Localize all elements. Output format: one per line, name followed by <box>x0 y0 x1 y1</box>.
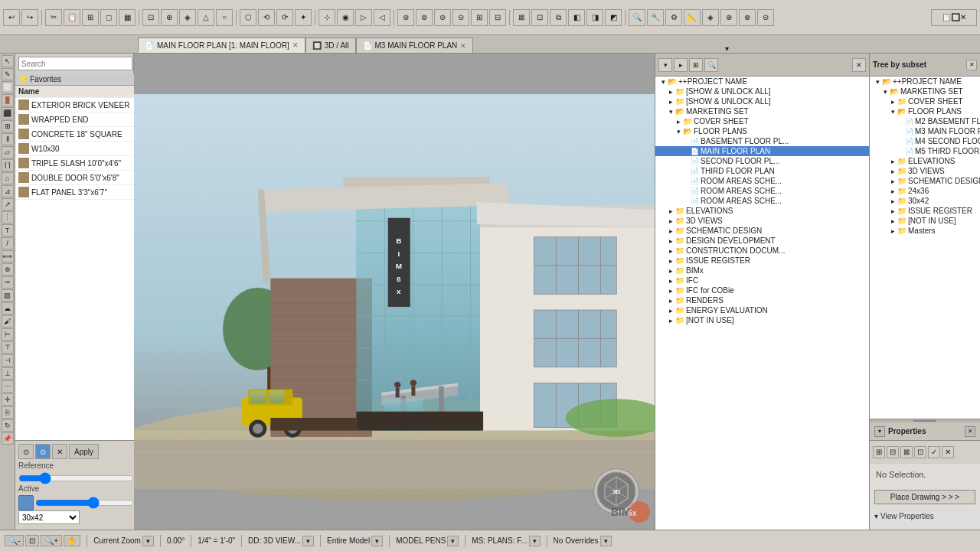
rb-btn3[interactable]: ⊞ <box>689 58 703 72</box>
tool-30[interactable]: ◩ <box>605 9 622 26</box>
tree-item[interactable]: ▾📂++PROJECT NAME <box>655 77 869 86</box>
prop-tb3[interactable]: ⊠ <box>900 446 913 458</box>
tool-5[interactable]: ▦ <box>119 9 136 26</box>
tree-expand-icon[interactable]: ▸ <box>888 197 897 205</box>
tool-2[interactable]: 📋 <box>64 9 80 26</box>
tab-close-1[interactable]: ✕ <box>292 41 299 49</box>
material-item[interactable]: DOUBLE DOOR 5'0"x6'8" <box>15 171 151 185</box>
left-bottom-btn3[interactable]: ✕ <box>52 444 67 459</box>
tab-m3-floor-plan[interactable]: 📄 M3 MAIN FLOOR PLAN ✕ <box>356 37 474 53</box>
tool-17[interactable]: ▷ <box>355 9 372 26</box>
tab-3d[interactable]: 🔲 3D / All <box>305 37 356 53</box>
tree-item[interactable]: 📄ROOM AREAS SCHE... <box>655 186 869 196</box>
tool-34[interactable]: 📐 <box>684 9 701 26</box>
tree-item[interactable]: 📄BASEMENT FLOOR PL... <box>655 136 869 146</box>
tool-36[interactable]: ⊕ <box>720 9 737 26</box>
tool-24[interactable]: ⊟ <box>489 9 506 26</box>
rb-btn2[interactable]: ▸ <box>674 58 688 72</box>
select-tool[interactable]: ↖ <box>2 55 14 67</box>
tool-23[interactable]: ⊞ <box>471 9 488 26</box>
offset-tool[interactable]: ⊣ <box>2 354 14 367</box>
tree-item[interactable]: ▸📁[NOT IN USE] <box>655 315 869 325</box>
tree-item[interactable]: ▸📁30x42 <box>870 196 980 206</box>
tree-expand-icon[interactable]: ▸ <box>666 277 675 285</box>
apply-btn[interactable]: Apply <box>69 444 99 459</box>
comp-tool[interactable]: ⊞ <box>2 120 14 132</box>
rb-btn1[interactable]: ▾ <box>658 58 672 72</box>
paintbrush-tool[interactable]: 🖌 <box>2 315 14 328</box>
dd-view-btn[interactable]: ▾ <box>302 536 314 546</box>
tree-expand-icon[interactable]: ▸ <box>888 207 897 215</box>
door-tool[interactable]: 🚪 <box>2 94 14 106</box>
tool-18[interactable]: ◁ <box>374 9 390 26</box>
ceil-tool[interactable]: ⌈⌉ <box>2 159 14 171</box>
tree-expand-icon[interactable]: ▸ <box>888 158 897 165</box>
material-item[interactable]: CONCRETE 18" SQUARE <box>15 127 151 142</box>
copy-tool[interactable]: ⎘ <box>2 406 14 419</box>
tool-3[interactable]: ⊞ <box>82 9 99 26</box>
tree-item[interactable]: ▸📁ISSUE REGISTER <box>870 206 980 216</box>
tool-25[interactable]: ⊠ <box>513 9 530 26</box>
tool-15[interactable]: ⊹ <box>318 9 335 26</box>
tool-9[interactable]: △ <box>198 9 214 26</box>
material-item[interactable]: W10x30 <box>15 142 151 156</box>
tree-item[interactable]: 📄ROOM AREAS SCHE... <box>655 196 869 206</box>
tool-26[interactable]: ⊡ <box>531 9 548 26</box>
tree-expand-icon[interactable]: ▸ <box>666 287 675 295</box>
tool-12[interactable]: ⟲ <box>258 9 275 26</box>
tree-item[interactable]: ▸📁SCHEMATIC DESIGN <box>870 176 980 186</box>
window-tool[interactable]: ⬛ <box>2 107 14 119</box>
tool-21[interactable]: ⊜ <box>434 9 451 26</box>
tree-item[interactable]: ▾📂MARKETING SET <box>655 106 869 116</box>
center-viewport[interactable]: B I M 6 x <box>134 54 655 530</box>
tree-expand-icon[interactable]: ▸ <box>666 217 675 225</box>
tool-29[interactable]: ◨ <box>586 9 603 26</box>
material-item[interactable]: EXTERIOR BRICK VENEER <box>15 98 151 112</box>
properties-expand-btn[interactable]: ▾ <box>874 426 885 437</box>
search-input[interactable] <box>18 57 132 70</box>
tool-11[interactable]: ⬡ <box>240 9 256 26</box>
modify-tool[interactable]: ✎ <box>2 68 14 80</box>
tree-item[interactable]: 📄M4 SECOND FLOOR... <box>870 136 980 146</box>
prop-tb4[interactable]: ⊡ <box>914 446 926 458</box>
overrides-btn[interactable]: ▾ <box>600 536 612 546</box>
prop-tb5[interactable]: ✓ <box>928 446 940 458</box>
fr-close[interactable]: ✕ <box>966 60 977 70</box>
tree-item[interactable]: ▸📁ENERGY EVALUATION <box>655 305 869 315</box>
tree-item[interactable]: ▸📁IFC for COBie <box>655 285 869 295</box>
back-btn[interactable]: ↩ <box>3 9 20 26</box>
pens-btn[interactable]: ▾ <box>447 536 459 546</box>
dim-tool[interactable]: ⟺ <box>2 250 14 262</box>
ramp-tool[interactable]: ↗ <box>2 198 14 210</box>
reference-slider[interactable] <box>18 474 134 482</box>
tree-item[interactable]: ▾📂FLOOR PLANS <box>655 126 869 136</box>
tree-expand-icon[interactable]: ▸ <box>674 118 683 126</box>
pin-tool[interactable]: 📌 <box>2 432 14 445</box>
tree-item[interactable]: ▸📁IFC <box>655 276 869 285</box>
tree-expand-icon[interactable]: ▾ <box>880 88 890 96</box>
tool-1[interactable]: ✂ <box>45 9 62 26</box>
tree-item[interactable]: ▸📁[SHOW & UNLOCK ALL] <box>655 96 869 106</box>
tree-item[interactable]: ▸📁Masters <box>870 226 980 236</box>
tree-item[interactable]: 📄M5 THIRD FLOOR PL... <box>870 146 980 156</box>
zoom-out-btn[interactable]: 🔍- <box>5 535 24 546</box>
current-zoom-btn[interactable]: ▾ <box>142 536 154 546</box>
prop-tb6[interactable]: ✕ <box>942 446 954 458</box>
tree-expand-icon[interactable]: ▾ <box>666 108 675 116</box>
tree-item[interactable]: 📄MAIN FLOOR PLAN <box>655 146 869 156</box>
place-drawing-button[interactable]: Place Drawing > > > <box>874 490 975 504</box>
tree-expand-icon[interactable]: ▸ <box>888 178 897 185</box>
roof-tool[interactable]: ⌂ <box>2 172 14 184</box>
view-properties-button[interactable]: ▾ View Properties <box>870 509 980 523</box>
tree-item[interactable]: 📄ROOM AREAS SCHE... <box>655 176 869 186</box>
tree-item[interactable]: ▸📁24x36 <box>870 186 980 196</box>
tool-19[interactable]: ⊛ <box>397 9 414 26</box>
tree-item[interactable]: ▸📁[NOT IN USE] <box>870 216 980 226</box>
tool-20[interactable]: ⊚ <box>416 9 433 26</box>
wall-tool[interactable]: ⬜ <box>2 81 14 93</box>
tab-arrow[interactable]: ▾ <box>725 44 729 53</box>
tool-16[interactable]: ◉ <box>337 9 354 26</box>
col-tool[interactable]: Ⅱ <box>2 133 14 145</box>
tree-expand-icon[interactable]: ▸ <box>888 168 897 175</box>
tool-38[interactable]: ⊖ <box>757 9 774 26</box>
